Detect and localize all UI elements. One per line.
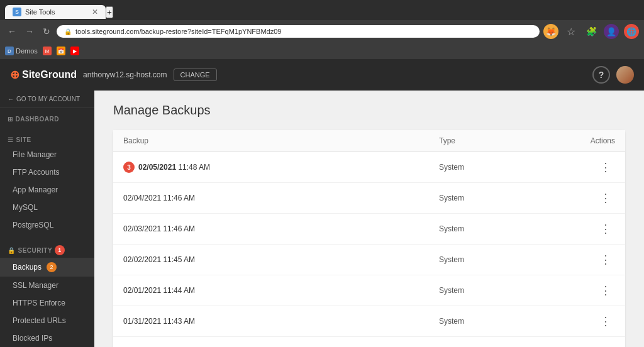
more-actions-button-3[interactable]: ⋮: [596, 221, 615, 237]
bookmarks-bar: D Demos M 📅 ▶: [0, 43, 644, 59]
logo: ⊕ SiteGround: [10, 68, 77, 82]
top-bar-right: ?: [592, 66, 634, 84]
https-enforce-label: HTTPS Enforce: [13, 299, 65, 307]
site-section: ☰ SITE File Manager FTP Accounts App Man…: [0, 129, 94, 238]
sidebar-item-mysql[interactable]: MySQL: [0, 199, 94, 216]
table-row: 01/30/2021 11:42 AM System ⋮: [113, 337, 625, 347]
site-domain: anthonyw12.sg-host.com: [83, 70, 167, 79]
more-actions-button-7[interactable]: ⋮: [596, 344, 615, 347]
firefox-icon[interactable]: 🦊: [543, 24, 558, 39]
back-arrow-icon: ←: [8, 96, 14, 102]
reload-button[interactable]: ↻: [40, 25, 53, 38]
security-label: SECURITY: [18, 247, 53, 254]
browser-chrome: S Site Tools ✕ + ← → ↻ 🔒 tools.sitegroun…: [0, 0, 644, 59]
bookmark-calendar[interactable]: 📅: [57, 47, 65, 55]
ftp-accounts-label: FTP Accounts: [13, 168, 59, 177]
tab-close-button[interactable]: ✕: [92, 8, 98, 16]
dashboard-section: ⊞ DASHBOARD: [0, 108, 94, 129]
logo-icon: ⊕: [10, 68, 19, 82]
star-icon[interactable]: ☆: [564, 24, 579, 39]
change-button[interactable]: CHANGE: [174, 69, 217, 81]
actions-cell-1: ⋮: [565, 159, 615, 175]
backup-date-1: 3 02/05/2021 11:48 AM: [123, 162, 439, 173]
gmail-icon: M: [43, 47, 52, 55]
backup-type-2: System: [439, 194, 565, 202]
backup-date-text-1: 02/05/2021 11:48 AM: [138, 163, 210, 172]
extension-icon[interactable]: 🧩: [584, 24, 599, 39]
tab-bar: S Site Tools ✕ +: [0, 0, 644, 20]
mysql-label: MySQL: [13, 203, 38, 212]
blocked-ips-label: Blocked IPs: [13, 334, 52, 343]
sidebar-item-ssl-manager[interactable]: SSL Manager: [0, 277, 94, 294]
tab-favicon: S: [13, 8, 21, 16]
backup-date-text-6: 01/31/2021 11:43 AM: [123, 317, 195, 326]
actions-cell-6: ⋮: [565, 313, 615, 329]
sidebar-item-postgresql[interactable]: PostgreSQL: [0, 216, 94, 234]
address-bar: ← → ↻ 🔒 tools.siteground.com/backup-rest…: [0, 20, 644, 43]
more-actions-button-6[interactable]: ⋮: [596, 313, 615, 329]
go-to-account-label: GO TO MY ACCOUNT: [16, 96, 80, 102]
sidebar-item-app-manager[interactable]: App Manager: [0, 181, 94, 199]
back-button[interactable]: ←: [5, 25, 19, 38]
top-bar: ⊕ SiteGround anthonyw12.sg-host.com CHAN…: [0, 59, 644, 91]
table-row: 02/03/2021 11:46 AM System ⋮: [113, 214, 625, 245]
bookmark-youtube[interactable]: ▶: [70, 47, 79, 55]
new-tab-button[interactable]: +: [106, 6, 113, 18]
security-header: 🔒 SECURITY 1: [0, 241, 94, 258]
bookmark-demos-label: Demos: [16, 47, 38, 55]
actions-cell-2: ⋮: [565, 190, 615, 206]
header-type: Type: [439, 136, 565, 145]
sidebar-item-protected-urls[interactable]: Protected URLs: [0, 312, 94, 329]
help-button[interactable]: ?: [592, 66, 610, 84]
ssl-manager-label: SSL Manager: [13, 281, 58, 290]
bookmark-demos[interactable]: D Demos: [5, 47, 38, 55]
avatar[interactable]: [616, 66, 634, 84]
tab-title: Site Tools: [25, 8, 55, 16]
table-row: 02/04/2021 11:46 AM System ⋮: [113, 183, 625, 214]
backup-date-5: 02/01/2021 11:44 AM: [123, 286, 439, 295]
go-to-my-account-link[interactable]: ← GO TO MY ACCOUNT: [0, 91, 94, 108]
backup-date-6: 01/31/2021 11:43 AM: [123, 317, 439, 326]
more-actions-button-1[interactable]: ⋮: [596, 159, 615, 175]
logo-text: ⊕ SiteGround: [10, 68, 77, 82]
backup-type-3: System: [439, 224, 565, 233]
sidebar-item-blocked-ips[interactable]: Blocked IPs: [0, 329, 94, 347]
site-label: SITE: [16, 136, 31, 143]
backups-badge: 2: [47, 262, 57, 272]
browser-icon[interactable]: 🌐: [624, 24, 639, 39]
calendar-icon: 📅: [57, 47, 65, 55]
site-icon: ☰: [8, 136, 14, 143]
table-row: 3 02/05/2021 11:48 AM System ⋮: [113, 152, 625, 183]
page-title: Manage Backups: [113, 103, 625, 118]
backup-table: Backup Type Actions 3 02/05/2021 11:48 A…: [113, 130, 625, 347]
active-tab[interactable]: S Site Tools ✕: [5, 5, 106, 19]
security-badge: 1: [55, 245, 65, 255]
profile-icon[interactable]: 👤: [604, 24, 619, 39]
sidebar-item-ftp-accounts[interactable]: FTP Accounts: [0, 163, 94, 181]
backup-date-text-2: 02/04/2021 11:46 AM: [123, 194, 195, 202]
table-row: 02/01/2021 11:44 AM System ⋮: [113, 275, 625, 306]
more-actions-button-5[interactable]: ⋮: [596, 282, 615, 299]
table-row: 01/31/2021 11:43 AM System ⋮: [113, 306, 625, 337]
top-bar-left: ⊕ SiteGround anthonyw12.sg-host.com CHAN…: [10, 68, 217, 82]
more-actions-button-4[interactable]: ⋮: [596, 251, 615, 268]
postgresql-label: PostgreSQL: [13, 221, 53, 229]
backup-type-5: System: [439, 286, 565, 295]
sidebar: ← GO TO MY ACCOUNT ⊞ DASHBOARD ☰ SITE Fi…: [0, 91, 94, 347]
sidebar-item-file-manager[interactable]: File Manager: [0, 146, 94, 163]
demos-icon: D: [5, 47, 14, 55]
backup-date-3: 02/03/2021 11:46 AM: [123, 224, 439, 233]
app-container: ← GO TO MY ACCOUNT ⊞ DASHBOARD ☰ SITE Fi…: [0, 91, 644, 347]
url-bar[interactable]: 🔒 tools.siteground.com/backup-restore?si…: [57, 25, 540, 38]
dashboard-header: ⊞ DASHBOARD: [0, 112, 94, 125]
youtube-icon: ▶: [70, 47, 79, 55]
more-actions-button-2[interactable]: ⋮: [596, 190, 615, 206]
backup-date-text-3: 02/03/2021 11:46 AM: [123, 224, 195, 233]
bookmark-gmail[interactable]: M: [43, 47, 52, 55]
backup-date-text-4: 02/02/2021 11:45 AM: [123, 255, 195, 264]
actions-cell-7: ⋮: [565, 344, 615, 347]
forward-button[interactable]: →: [23, 25, 36, 38]
sidebar-item-backups[interactable]: Backups 2: [0, 258, 94, 277]
table-row: 02/02/2021 11:45 AM System ⋮: [113, 245, 625, 275]
sidebar-item-https-enforce[interactable]: HTTPS Enforce: [0, 294, 94, 312]
